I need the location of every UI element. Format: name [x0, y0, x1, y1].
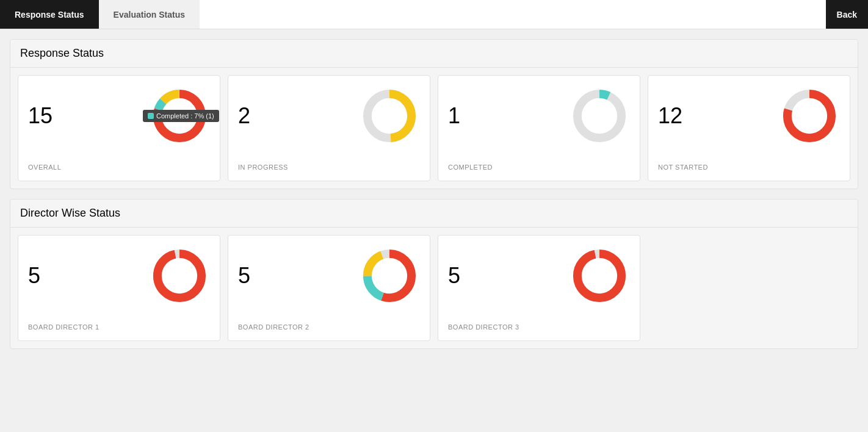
card-number-overall: 15	[28, 105, 52, 127]
response-status-section: Response Status 15 Completed : 7% (1)	[10, 39, 858, 189]
response-status-cards: 15 Completed : 7% (1)	[10, 68, 858, 189]
tooltip-dot	[148, 113, 154, 119]
card-top-in-progress: 2	[238, 85, 420, 146]
card-label-bd3: BOARD DIRECTOR 3	[448, 323, 519, 331]
card-top-not-started: 12	[658, 85, 840, 146]
donut-bd1	[149, 245, 210, 306]
card-number-bd2: 5	[238, 265, 250, 287]
card-top-bd3: 5	[448, 245, 630, 306]
card-not-started: 12 NOT STARTED	[648, 75, 850, 181]
card-number-bd3: 5	[448, 265, 460, 287]
card-board-director-3: 5 BOARD DIRECTOR 3	[438, 235, 640, 341]
tab-response-status[interactable]: Response Status	[0, 0, 99, 29]
donut-bd3	[569, 245, 630, 306]
card-top-bd2: 5	[238, 245, 420, 306]
back-button[interactable]: Back	[826, 0, 868, 29]
card-label-bd1: BOARD DIRECTOR 1	[28, 323, 99, 331]
donut-bd2	[359, 245, 420, 306]
card-board-director-1: 5 BOARD DIRECTOR 1	[18, 235, 220, 341]
director-status-cards: 5 BOARD DIRECTOR 1 5	[10, 228, 858, 348]
donut-svg-in-progress	[359, 85, 420, 146]
card-number-in-progress: 2	[238, 105, 250, 127]
tooltip-text: Completed : 7% (1)	[156, 112, 214, 120]
card-label-in-progress: IN PROGRESS	[238, 164, 288, 171]
page-content: Response Status 15 Completed : 7% (1)	[0, 29, 868, 369]
response-status-title: Response Status	[10, 40, 858, 68]
donut-svg-bd2	[359, 245, 420, 306]
director-status-section: Director Wise Status 5 BOARD DIRECTOR 1	[10, 199, 858, 349]
card-number-completed: 1	[448, 105, 460, 127]
donut-svg-bd3	[569, 245, 630, 306]
tooltip-overall: Completed : 7% (1)	[143, 110, 219, 122]
card-overall: 15 Completed : 7% (1)	[18, 75, 220, 181]
card-top-bd1: 5	[28, 245, 210, 306]
card-top-completed: 1	[448, 85, 630, 146]
card-top-overall: 15 Completed : 7% (1)	[28, 85, 210, 146]
card-label-overall: OVERALL	[28, 164, 61, 171]
card-in-progress: 2 IN PROGRESS	[228, 75, 430, 181]
card-label-not-started: NOT STARTED	[658, 164, 708, 171]
card-label-bd2: BOARD DIRECTOR 2	[238, 323, 309, 331]
donut-svg-completed	[569, 85, 630, 146]
card-board-director-2: 5 BOARD DIRECTOR 2	[228, 235, 430, 341]
donut-completed	[569, 85, 630, 146]
card-completed: 1 COMPLETED	[438, 75, 640, 181]
donut-in-progress	[359, 85, 420, 146]
card-label-completed: COMPLETED	[448, 164, 493, 171]
svg-point-17	[577, 254, 621, 298]
header-spacer	[200, 0, 825, 29]
tab-evaluation-status[interactable]: Evaluation Status	[99, 0, 200, 29]
donut-not-started	[779, 85, 840, 146]
card-number-not-started: 12	[658, 105, 682, 127]
svg-point-6	[577, 94, 621, 138]
director-status-title: Director Wise Status	[10, 200, 858, 228]
donut-svg-not-started	[779, 85, 840, 146]
svg-point-11	[157, 254, 201, 298]
header: Response Status Evaluation Status Back	[0, 0, 868, 29]
donut-overall: Completed : 7% (1)	[149, 85, 210, 146]
card-number-bd1: 5	[28, 265, 40, 287]
donut-svg-bd1	[149, 245, 210, 306]
